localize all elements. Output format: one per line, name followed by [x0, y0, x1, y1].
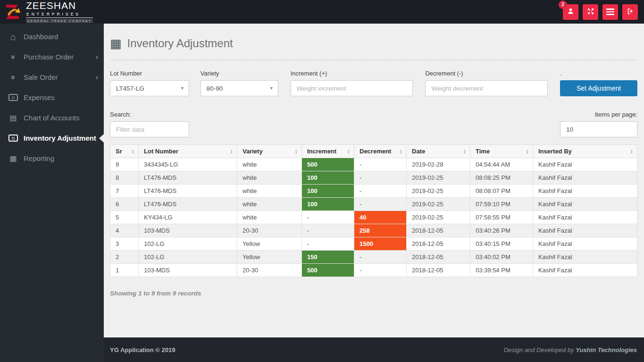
column-header-time[interactable]: Time — [470, 145, 533, 158]
cell-sr: 8 — [110, 171, 139, 185]
column-header-label: Variety — [243, 148, 263, 155]
sort-icon[interactable] — [526, 149, 529, 154]
lot-number-label: Lot Number — [110, 70, 189, 77]
sidebar-item-label: Purchase Order — [24, 53, 74, 61]
table-toolbar: Search: Items per page: — [110, 111, 637, 137]
table-header-row: SrLot NumberVarietyIncrementDecrementDat… — [110, 145, 637, 158]
money-icon — [8, 93, 18, 102]
expand-arrows-icon — [586, 7, 595, 17]
sort-icon[interactable] — [230, 149, 233, 154]
cell-lot_number: LT476-MDS — [139, 185, 237, 198]
cell-variety: 20-30 — [237, 264, 302, 277]
grid-icon — [8, 154, 18, 163]
sidebar-item-reporting[interactable]: Reporting — [0, 148, 104, 168]
records-summary: Showing 1 to 9 from 9 records — [110, 290, 637, 297]
column-header-inserted_by[interactable]: Inserted By — [533, 145, 637, 158]
column-header-label: Decrement — [360, 148, 391, 155]
cell-sr: 2 — [110, 251, 139, 264]
sidebar-item-expenses[interactable]: Expenses — [0, 87, 104, 108]
cell-decrement: - — [354, 198, 407, 211]
cell-date: 2018-12-05 — [407, 237, 470, 251]
cell-time: 08:08:25 PM — [470, 171, 533, 185]
column-header-date[interactable]: Date — [407, 145, 470, 158]
user-button[interactable]: 2 — [563, 4, 578, 20]
column-header-label: Lot Number — [144, 148, 178, 155]
cell-sr: 5 — [110, 211, 139, 224]
decrement-label: Decrement (-) — [425, 70, 548, 77]
cell-lot_number: LT476-MDS — [139, 198, 237, 211]
sort-icon[interactable] — [400, 149, 402, 154]
cell-variety: Yellow — [237, 251, 302, 264]
angles-icon — [8, 53, 18, 61]
sidebar-item-sale-order[interactable]: Sale Order‹ — [0, 67, 104, 87]
cell-inserted_by: Kashif Fazal — [533, 198, 637, 211]
table-body: 93434345-LGwhite500-2019-02-2804:54:44 A… — [110, 158, 637, 277]
sort-icon[interactable] — [630, 149, 633, 154]
sidebar-item-dashboard[interactable]: Dashboard — [0, 26, 104, 47]
brand-tagline: GENERAL TRADE COMPANY — [26, 19, 93, 23]
items-per-page-input[interactable] — [560, 121, 637, 137]
column-header-label: Date — [412, 148, 425, 155]
chevron-left-icon: ‹ — [96, 53, 98, 61]
logout-button[interactable] — [622, 4, 638, 20]
column-header-label: Time — [476, 148, 490, 155]
sidebar-item-label: Expenses — [24, 93, 55, 101]
footer-copyright: YG Application © 2019 — [110, 346, 175, 354]
table-row: 93434345-LGwhite500-2019-02-2804:54:44 A… — [110, 158, 637, 171]
cell-sr: 4 — [110, 224, 139, 237]
sort-icon[interactable] — [463, 149, 466, 154]
divider — [110, 60, 637, 60]
variety-select[interactable]: 80-90 ▼ — [201, 80, 278, 96]
lot-number-select[interactable]: LT457-LG ▼ — [110, 80, 189, 96]
chevron-left-icon: ‹ — [96, 73, 98, 82]
cell-variety: white — [237, 185, 302, 198]
footer-credit-name: Yushin Technologies — [576, 346, 637, 354]
cell-time: 07:58:55 PM — [470, 211, 533, 224]
column-header-increment[interactable]: Increment — [302, 145, 354, 158]
cell-time: 03:40:26 PM — [470, 224, 533, 237]
cell-increment: 500 — [302, 264, 354, 277]
hamburger-menu-icon — [606, 8, 614, 15]
cell-sr: 9 — [110, 158, 139, 171]
sidebar-item-label: Dashboard — [24, 33, 58, 41]
column-header-lot_number[interactable]: Lot Number — [139, 145, 237, 158]
table-row: 3102-LGYellow-15002018-12-0503:40:15 PMK… — [110, 237, 637, 251]
set-adjustment-button[interactable]: Set Adjustment — [560, 80, 637, 96]
dot-label: . — [560, 70, 637, 77]
cell-increment: 150 — [302, 251, 354, 264]
cell-increment: - — [302, 237, 354, 251]
cell-date: 2019-02-28 — [407, 158, 470, 171]
menu-toggle-button[interactable] — [602, 4, 618, 20]
cell-date: 2018-12-05 — [407, 224, 470, 237]
footer: YG Application © 2019 Design and Develop… — [104, 337, 644, 362]
lot-number-value: LT457-LG — [116, 85, 144, 92]
footer-credit: Design and Developed by Yushin Technolog… — [504, 346, 637, 354]
adjustments-table: SrLot NumberVarietyIncrementDecrementDat… — [110, 144, 637, 277]
column-header-sr[interactable]: Sr — [110, 145, 139, 158]
cell-date: 2019-02-25 — [407, 171, 470, 185]
sort-icon[interactable] — [347, 149, 350, 154]
cell-lot_number: LT476-MDS — [139, 171, 237, 185]
adjustment-form: Lot Number LT457-LG ▼ Variety 80-90 ▼ In… — [110, 70, 637, 96]
cell-variety: white — [237, 158, 302, 171]
decrement-input[interactable] — [425, 80, 548, 96]
sort-icon[interactable] — [132, 149, 134, 154]
sidebar-item-label: Reporting — [24, 154, 54, 162]
cell-decrement: - — [354, 158, 407, 171]
increment-input[interactable] — [291, 80, 413, 96]
sidebar-item-purchase-order[interactable]: Purchase Order‹ — [0, 47, 104, 67]
cell-sr: 3 — [110, 237, 139, 251]
notification-badge: 2 — [559, 0, 567, 9]
cell-inserted_by: Kashif Fazal — [533, 251, 637, 264]
sort-icon[interactable] — [295, 149, 298, 154]
cell-increment: 100 — [302, 185, 354, 198]
column-header-variety[interactable]: Variety — [237, 145, 302, 158]
chevron-down-icon: ▼ — [180, 86, 184, 91]
search-input[interactable] — [110, 121, 189, 137]
sidebar-item-inventory-adjustment[interactable]: Inventory Adjustment — [0, 128, 104, 148]
sidebar-item-chart-of-accounts[interactable]: Chart of Accounts — [0, 108, 104, 128]
column-header-decrement[interactable]: Decrement — [354, 145, 407, 158]
cell-lot_number: 103-MDS — [139, 264, 237, 277]
fullscreen-button[interactable] — [583, 4, 598, 20]
cell-increment: - — [302, 224, 354, 237]
